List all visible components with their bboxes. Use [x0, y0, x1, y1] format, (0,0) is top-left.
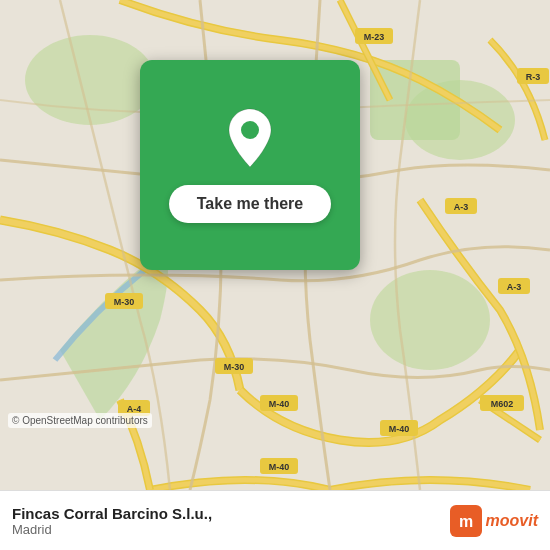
moovit-icon: m: [450, 505, 482, 537]
map-attribution: © OpenStreetMap contributors: [8, 413, 152, 428]
svg-text:M-30: M-30: [114, 297, 135, 307]
svg-text:A-3: A-3: [454, 202, 469, 212]
svg-text:M602: M602: [491, 399, 514, 409]
svg-text:M-23: M-23: [364, 32, 385, 42]
svg-rect-4: [370, 60, 460, 140]
map-container: M-30 M-30 M-23 M-40 M-40 M-40 A-3 A-3 A-…: [0, 0, 550, 490]
svg-point-3: [370, 270, 490, 370]
bottom-info-bar: Fincas Corral Barcino S.l.u., Madrid m m…: [0, 490, 550, 550]
location-info: Fincas Corral Barcino S.l.u., Madrid: [12, 505, 450, 537]
moovit-text: moovit: [486, 512, 538, 530]
svg-text:A-3: A-3: [507, 282, 522, 292]
location-city: Madrid: [12, 522, 450, 537]
svg-text:M-40: M-40: [389, 424, 410, 434]
svg-text:M-40: M-40: [269, 462, 290, 472]
location-name: Fincas Corral Barcino S.l.u.,: [12, 505, 450, 522]
svg-text:M-30: M-30: [224, 362, 245, 372]
svg-text:M-40: M-40: [269, 399, 290, 409]
svg-point-27: [241, 121, 259, 139]
navigation-card: Take me there: [140, 60, 360, 270]
svg-text:R-3: R-3: [526, 72, 541, 82]
svg-text:m: m: [458, 513, 472, 530]
moovit-logo: m moovit: [450, 505, 538, 537]
location-pin-icon: [224, 107, 276, 169]
take-me-there-button[interactable]: Take me there: [169, 185, 331, 223]
